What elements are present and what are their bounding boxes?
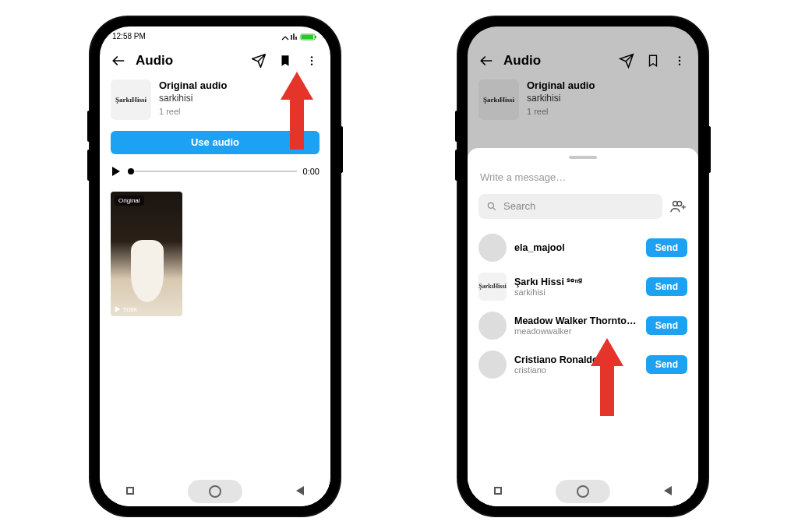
contact-row[interactable]: Meadow Walker Thornton-Allan… meadowwalk… [478,306,687,345]
bookmark-icon[interactable] [276,51,295,70]
use-audio-button[interactable]: Use audio [111,131,320,154]
audio-count: 1 reel [527,107,595,116]
back-icon[interactable] [477,51,496,70]
share-icon[interactable] [617,51,636,70]
avatar: ŞarkıHissi [478,273,507,301]
search-input[interactable]: Search [478,194,662,219]
audio-cover[interactable]: ŞarkıHissi [111,79,151,120]
share-icon[interactable] [249,51,268,70]
top-bar: Audio [100,47,330,76]
search-placeholder: Search [503,200,535,212]
page-title: Audio [503,53,609,69]
thumbnail-figure [131,240,164,302]
svg-rect-2 [315,36,316,38]
avatar [478,234,507,262]
contact-names: Meadow Walker Thornton-Allan… meadowwalk… [514,315,638,336]
contact-username: sarkihisi [514,287,638,297]
system-nav [100,475,330,506]
phone-mockup-left: 12:58 PM Audio [90,17,340,516]
search-icon [486,201,497,212]
verified-badge-icon [601,356,609,365]
contacts-list: ela_majool SendŞarkıHissiŞarkı Hissi ˢᵒⁿ… [478,228,687,384]
audio-count: 1 reel [159,107,227,116]
screen-left: 12:58 PM Audio [100,26,330,506]
status-indicators [281,31,320,41]
original-badge: Original [115,196,144,206]
audio-header: ŞarkıHissi Original audio sarkihisi 1 re… [100,76,330,125]
volume-down-button [455,150,458,181]
send-button[interactable]: Send [646,238,687,257]
home-nav-icon[interactable] [188,480,242,503]
seek-track[interactable] [128,171,297,172]
audio-meta: Original audio sarkihisi 1 reel [527,79,595,120]
contact-row[interactable]: Cristiano Ronaldo cristianoSend [478,345,687,384]
status-time: 12:58 PM [112,32,146,41]
page-title: Audio [136,53,242,69]
power-button [340,126,343,173]
recents-icon[interactable] [126,487,134,495]
power-button [708,126,711,173]
audio-cover[interactable]: ŞarkıHissi [478,79,519,120]
top-bar: Audio [468,47,698,76]
audio-artist[interactable]: sarkihisi [527,93,595,104]
volume-down-button [87,150,90,181]
contact-name: ela_majool [514,242,638,253]
group-add-icon[interactable] [669,197,687,216]
audio-title: Original audio [527,79,595,91]
svg-rect-1 [302,35,313,39]
contact-name: Meadow Walker Thornton-Allan… [514,315,638,326]
recents-icon[interactable] [494,487,502,495]
avatar [478,351,507,379]
back-icon[interactable] [109,51,128,70]
audio-player: 0:00 [100,159,330,188]
sheet-handle[interactable] [569,156,597,159]
screen-right: Audio ŞarkıHissi Original audio sarkihis… [468,26,698,506]
bookmark-outline-icon[interactable] [644,51,662,70]
back-nav-icon[interactable] [664,486,672,495]
svg-point-5 [311,63,312,65]
contact-username: cristiano [514,365,638,375]
contact-names: Şarkı Hissi ˢᵒⁿᵍ sarkihisi [514,276,638,297]
system-nav [468,475,698,506]
contact-row[interactable]: ŞarkıHissiŞarkı Hissi ˢᵒⁿᵍ sarkihisiSend [478,267,687,306]
send-button[interactable]: Send [646,355,687,374]
send-button[interactable]: Send [646,316,687,335]
reel-views: 508K [115,306,138,313]
svg-point-8 [679,63,680,65]
time-remaining: 0:00 [303,167,320,176]
more-icon[interactable] [670,51,689,70]
reel-thumbnail[interactable]: Original 508K [111,192,182,316]
message-input[interactable]: Write a message… [478,167,687,194]
volume-up-button [87,111,90,142]
volume-up-button [455,111,458,142]
contact-names: ela_majool [514,242,638,253]
audio-artist[interactable]: sarkihisi [159,93,227,104]
contact-row[interactable]: ela_majool Send [478,228,687,267]
svg-point-7 [679,59,680,61]
audio-header: ŞarkıHissi Original audio sarkihisi 1 re… [468,76,698,125]
search-row: Search [478,194,687,219]
status-bar: 12:58 PM [100,26,330,47]
svg-point-6 [679,56,680,58]
phone-mockup-right: Audio ŞarkıHissi Original audio sarkihis… [458,17,708,516]
home-nav-icon[interactable] [556,480,610,503]
contact-names: Cristiano Ronaldo cristiano [514,354,638,375]
svg-point-9 [488,203,493,208]
contact-name: Şarkı Hissi ˢᵒⁿᵍ [514,276,638,287]
avatar [478,312,507,340]
share-sheet: Write a message… Search ela_majool SendŞ… [468,148,698,506]
more-icon[interactable] [302,51,321,70]
contact-name: Cristiano Ronaldo [514,354,638,365]
audio-meta: Original audio sarkihisi 1 reel [159,79,227,120]
audio-title: Original audio [159,79,227,91]
svg-point-3 [311,56,312,58]
status-bar [468,26,698,47]
play-icon[interactable] [111,162,122,181]
send-button[interactable]: Send [646,277,687,296]
contact-username: meadowwalker [514,326,638,336]
back-nav-icon[interactable] [296,486,304,495]
svg-point-4 [311,59,312,61]
